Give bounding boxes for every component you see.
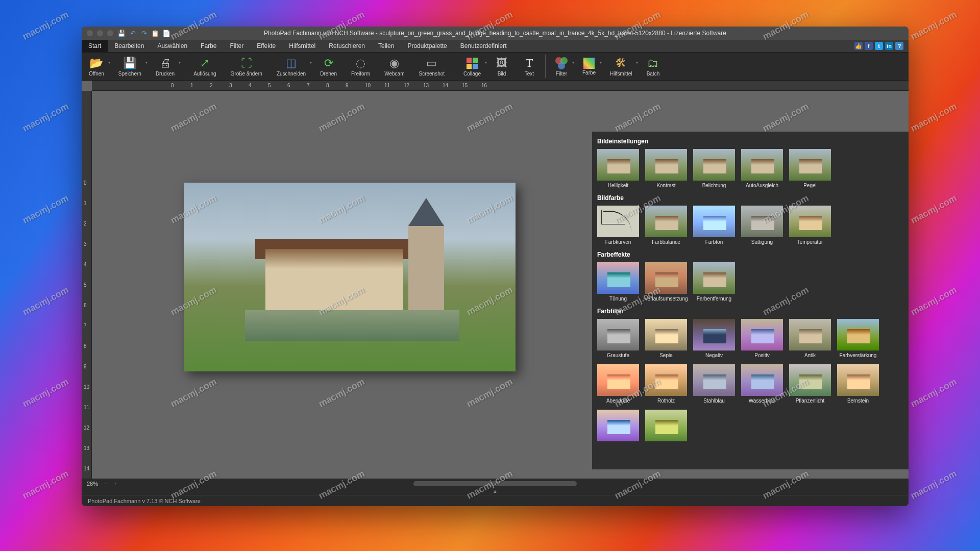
chevron-down-icon[interactable]: ▾ — [485, 60, 487, 65]
filter-positive[interactable]: Positiv — [741, 319, 783, 358]
webcam-button[interactable]: ◉Webcam — [377, 53, 411, 80]
ruler-vertical: 01234567891011121314 — [82, 91, 92, 480]
filter-extra-2[interactable] — [645, 410, 687, 443]
adjust-brightness[interactable]: Helligkeit — [597, 149, 639, 188]
print-button[interactable]: 🖨Drucken▾ — [149, 53, 182, 80]
redo-icon[interactable]: ↷ — [140, 29, 148, 37]
separator — [454, 55, 454, 78]
filter-antique[interactable]: Antik — [789, 319, 831, 358]
filter-extra-1[interactable] — [597, 410, 639, 443]
filter-negative[interactable]: Negativ — [693, 319, 735, 358]
color-hue[interactable]: Farbton — [693, 206, 735, 245]
linkedin-icon[interactable]: in — [885, 42, 893, 50]
color-curves[interactable]: Farbkurven — [597, 206, 639, 245]
crop-button[interactable]: ◫Zuschneiden▾ — [270, 53, 313, 80]
resolution-icon: ⤢ — [198, 57, 211, 70]
horizontal-scrollbar[interactable] — [413, 481, 577, 486]
copy-icon[interactable]: 📋 — [151, 29, 159, 37]
menu-share[interactable]: Teilen — [372, 40, 401, 52]
close-dot[interactable] — [87, 30, 93, 36]
canvas-image[interactable] — [184, 183, 516, 371]
effect-remove-color[interactable]: Farbentfernung — [693, 262, 735, 302]
adjust-autobalance[interactable]: AutoAusgleich — [741, 149, 783, 188]
filter-grayscale[interactable]: Graustufe — [597, 319, 639, 358]
app-window: 💾 ↶ ↷ 📋 📄 PhotoPad Fachmann von NCH Soft… — [82, 27, 909, 506]
batch-button[interactable]: 🗂Batch — [639, 53, 667, 80]
section-color-effects: Farbeffekte — [597, 251, 903, 258]
toolbar: 📂Öffnen▾ 💾Speichern▾ 🖨Drucken▾ ⤢Auflösun… — [82, 52, 909, 81]
chevron-down-icon[interactable]: ▾ — [108, 60, 110, 65]
section-color-filters: Farbfilter — [597, 308, 903, 315]
screenshot-button[interactable]: ▭Screenshot — [411, 53, 452, 80]
app-version: PhotoPad Fachmann v 7.13 © NCH Software — [88, 498, 201, 504]
chevron-down-icon[interactable]: ▾ — [600, 60, 602, 65]
menu-edit[interactable]: Bearbeiten — [108, 40, 151, 52]
chevron-down-icon[interactable]: ▾ — [179, 60, 181, 65]
filter-steel-blue[interactable]: Stahlblau — [693, 364, 735, 404]
chevron-down-icon[interactable]: ▾ — [310, 60, 312, 65]
filter-color-boost[interactable]: Farbverstärkung — [837, 319, 879, 358]
image-button[interactable]: 🖼Bild — [488, 53, 516, 80]
menu-effects[interactable]: Effekte — [250, 40, 282, 52]
zoom-in-button[interactable]: + — [113, 481, 116, 487]
menu-filter[interactable]: Filter — [223, 40, 250, 52]
paste-icon[interactable]: 📄 — [162, 29, 170, 37]
filter-sepia[interactable]: Sepia — [645, 319, 687, 358]
collage-button[interactable]: Collage▾ — [456, 53, 488, 80]
panel-toggle[interactable]: ▲ — [82, 489, 909, 495]
resolution-button[interactable]: ⤢Auflösung — [186, 53, 223, 80]
section-image-color: Bildfarbe — [597, 194, 903, 202]
chevron-down-icon[interactable]: ▾ — [572, 60, 574, 65]
menu-products[interactable]: Produktpalette — [401, 40, 453, 52]
color-balance[interactable]: Farbbalance — [645, 206, 687, 245]
twitter-icon[interactable]: t — [875, 42, 883, 50]
adjust-contrast[interactable]: Kontrast — [645, 149, 687, 188]
rotate-button[interactable]: ⟳Drehen — [313, 53, 344, 80]
menu-tools[interactable]: Hilfsmittel — [282, 40, 322, 52]
batch-icon: 🗂 — [646, 57, 659, 70]
text-icon: T — [523, 57, 536, 70]
chevron-down-icon[interactable]: ▾ — [145, 60, 148, 65]
collage-icon — [465, 57, 479, 70]
titlebar: 💾 ↶ ↷ 📋 📄 PhotoPad Fachmann von NCH Soft… — [82, 27, 909, 40]
filter-evening-red[interactable]: Abendröte — [597, 364, 639, 404]
menu-color[interactable]: Farbe — [194, 40, 223, 52]
facebook-icon[interactable]: f — [865, 42, 873, 50]
filter-redwood[interactable]: Rotholz — [645, 364, 687, 404]
effect-gradient-map[interactable]: Verlaufsumsetzung — [645, 262, 687, 302]
save-icon[interactable]: 💾 — [117, 29, 126, 37]
adjust-exposure[interactable]: Belichtung — [693, 149, 735, 188]
color-saturation[interactable]: Sättigung — [741, 206, 783, 245]
help-icon[interactable]: ? — [895, 42, 903, 50]
adjust-levels[interactable]: Pegel — [789, 149, 831, 188]
undo-icon[interactable]: ↶ — [129, 29, 137, 37]
open-button[interactable]: 📂Öffnen▾ — [82, 53, 111, 80]
menu-select[interactable]: Auswählen — [151, 40, 194, 52]
menu-retouch[interactable]: Retuschieren — [322, 40, 372, 52]
filter-amber[interactable]: Bernstein — [837, 364, 879, 404]
color-icon — [583, 58, 595, 69]
filter-button[interactable]: Filter▾ — [548, 53, 575, 80]
save-button[interactable]: 💾Speichern▾ — [111, 53, 149, 80]
resize-button[interactable]: ⛶Größe ändern — [224, 53, 270, 80]
folder-icon: 📂 — [90, 57, 103, 70]
image-icon: 🖼 — [495, 57, 508, 70]
effect-tint[interactable]: Tönung — [597, 262, 639, 302]
min-dot[interactable] — [97, 30, 103, 36]
tools-button[interactable]: 🛠Hilfsmittel▾ — [603, 53, 639, 80]
filter-plant-light[interactable]: Pflanzenlicht — [789, 364, 831, 404]
max-dot[interactable] — [107, 30, 113, 36]
color-temperature[interactable]: Temperatur — [789, 206, 831, 245]
menu-custom[interactable]: Benutzerdefiniert — [454, 40, 513, 52]
filter-water-blue[interactable]: Wasserblau — [741, 364, 783, 404]
chevron-down-icon[interactable]: ▾ — [636, 60, 638, 65]
menu-start[interactable]: Start — [82, 40, 108, 52]
ruler-horizontal: 012345678910111213141516 — [92, 81, 909, 91]
webcam-icon: ◉ — [388, 57, 401, 70]
freeform-button[interactable]: ◌Freiform — [344, 53, 377, 80]
footer: PhotoPad Fachmann v 7.13 © NCH Software — [82, 495, 909, 506]
zoom-out-button[interactable]: − — [104, 481, 107, 487]
like-icon[interactable]: 👍 — [854, 42, 863, 50]
text-button[interactable]: TText — [516, 53, 543, 80]
color-button[interactable]: Farbe▾ — [575, 53, 603, 80]
